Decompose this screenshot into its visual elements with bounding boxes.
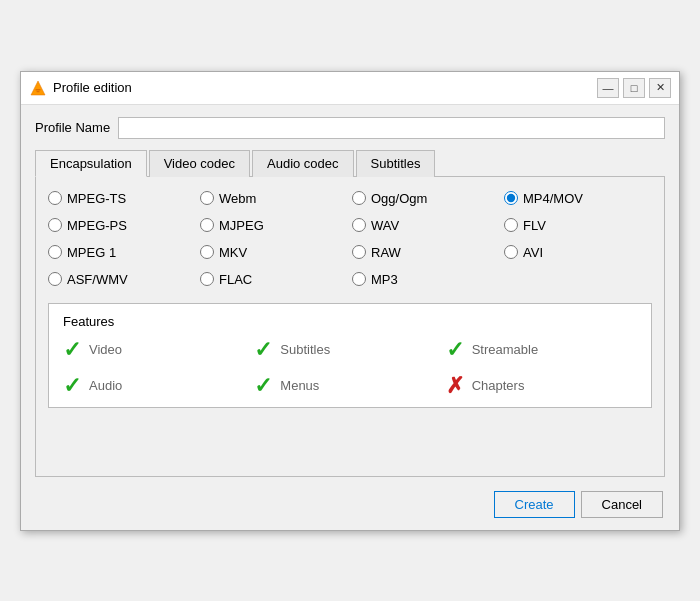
radio-mkv[interactable]: MKV bbox=[200, 245, 348, 260]
radio-avi[interactable]: AVI bbox=[504, 245, 652, 260]
check-icon: ✓ bbox=[446, 339, 464, 361]
window-title: Profile edition bbox=[53, 80, 132, 95]
radio-flac[interactable]: FLAC bbox=[200, 272, 348, 287]
encapsulation-options: MPEG-TS Webm Ogg/Ogm MP4/MOV MPEG-PS bbox=[48, 191, 652, 287]
feature-menus: ✓ Menus bbox=[254, 375, 445, 397]
profile-name-input[interactable] bbox=[118, 117, 665, 139]
profile-name-row: Profile Name bbox=[35, 117, 665, 139]
features-box: Features ✓ Video ✓ Subtitles ✓ Streamabl… bbox=[48, 303, 652, 408]
profile-name-label: Profile Name bbox=[35, 120, 110, 135]
feature-streamable: ✓ Streamable bbox=[446, 339, 637, 361]
feature-chapters: ✗ Chapters bbox=[446, 375, 637, 397]
radio-placeholder bbox=[504, 272, 652, 287]
svg-rect-1 bbox=[36, 89, 41, 91]
tab-audio-codec[interactable]: Audio codec bbox=[252, 150, 354, 177]
radio-flv[interactable]: FLV bbox=[504, 218, 652, 233]
svg-marker-0 bbox=[31, 81, 45, 95]
radio-webm[interactable]: Webm bbox=[200, 191, 348, 206]
title-bar: Profile edition — □ ✕ bbox=[21, 72, 679, 105]
check-icon: ✓ bbox=[254, 375, 272, 397]
radio-raw[interactable]: RAW bbox=[352, 245, 500, 260]
features-title: Features bbox=[63, 314, 637, 329]
feature-audio: ✓ Audio bbox=[63, 375, 254, 397]
tab-subtitles[interactable]: Subtitles bbox=[356, 150, 436, 177]
window-controls: — □ ✕ bbox=[597, 78, 671, 98]
minimize-button[interactable]: — bbox=[597, 78, 619, 98]
svg-rect-2 bbox=[37, 91, 40, 92]
check-icon: ✓ bbox=[63, 339, 81, 361]
radio-mpeg-ps[interactable]: MPEG-PS bbox=[48, 218, 196, 233]
radio-mpeg1[interactable]: MPEG 1 bbox=[48, 245, 196, 260]
feature-subtitles: ✓ Subtitles bbox=[254, 339, 445, 361]
button-row: Create Cancel bbox=[35, 491, 665, 518]
create-button[interactable]: Create bbox=[494, 491, 575, 518]
feature-video: ✓ Video bbox=[63, 339, 254, 361]
radio-mp3[interactable]: MP3 bbox=[352, 272, 500, 287]
radio-mpeg-ts[interactable]: MPEG-TS bbox=[48, 191, 196, 206]
title-bar-left: Profile edition bbox=[29, 79, 132, 97]
vlc-icon bbox=[29, 79, 47, 97]
radio-ogg-ogm[interactable]: Ogg/Ogm bbox=[352, 191, 500, 206]
window-content: Profile Name Encapsulation Video codec A… bbox=[21, 105, 679, 530]
tabs: Encapsulation Video codec Audio codec Su… bbox=[35, 149, 665, 177]
check-icon: ✓ bbox=[254, 339, 272, 361]
radio-wav[interactable]: WAV bbox=[352, 218, 500, 233]
tab-video-codec[interactable]: Video codec bbox=[149, 150, 250, 177]
radio-mjpeg[interactable]: MJPEG bbox=[200, 218, 348, 233]
cross-icon: ✗ bbox=[446, 375, 464, 397]
radio-mp4-mov[interactable]: MP4/MOV bbox=[504, 191, 652, 206]
tab-encapsulation[interactable]: Encapsulation bbox=[35, 150, 147, 177]
features-grid: ✓ Video ✓ Subtitles ✓ Streamable ✓ Audio bbox=[63, 339, 637, 397]
close-button[interactable]: ✕ bbox=[649, 78, 671, 98]
tab-content-encapsulation: MPEG-TS Webm Ogg/Ogm MP4/MOV MPEG-PS bbox=[35, 177, 665, 477]
profile-edition-window: Profile edition — □ ✕ Profile Name Encap… bbox=[20, 71, 680, 531]
check-icon: ✓ bbox=[63, 375, 81, 397]
radio-asf-wmv[interactable]: ASF/WMV bbox=[48, 272, 196, 287]
maximize-button[interactable]: □ bbox=[623, 78, 645, 98]
cancel-button[interactable]: Cancel bbox=[581, 491, 663, 518]
